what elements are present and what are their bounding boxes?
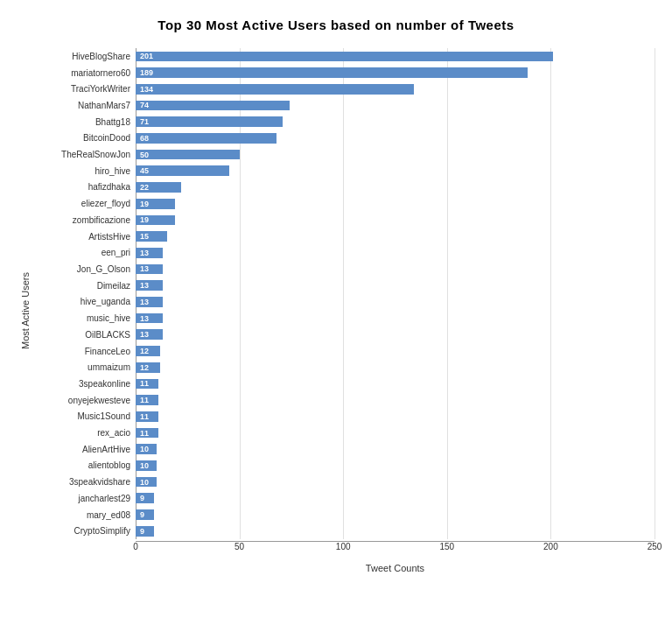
bar: 12 [136,346,160,356]
user-label: music_hive [35,310,136,327]
bar-row: 13 [136,294,654,311]
x-tick: 50 [234,542,244,551]
bar-value: 50 [137,151,149,159]
bar: 9 [136,526,154,537]
user-label: 3speakonline [35,376,136,392]
x-axis: 050100150200250 [136,542,654,559]
bar: 74 [136,101,290,111]
bar: 13 [136,264,163,275]
bar: 10 [136,444,157,454]
bar-row: 15 [136,228,654,245]
bar-row: 19 [136,195,654,212]
bar-value: 45 [137,166,149,175]
user-label: AlienArtHive [35,441,136,458]
bar-row: 68 [136,130,654,147]
user-label: rex_acio [35,425,136,441]
user-label: alientoblog [35,458,136,474]
bar-value: 10 [137,445,149,453]
user-label: Dimeilaz [35,277,136,294]
bar-value: 13 [137,298,149,306]
bar: 13 [136,297,163,307]
chart-inner: HiveBlogSharemariatornero60TraciYorkWrit… [35,48,654,573]
bar-row: 13 [136,310,654,327]
bar: 13 [136,329,163,340]
x-tick: 250 [648,542,662,551]
bar-row: 12 [136,359,654,376]
bar-row: 189 [136,65,654,81]
bar-value: 13 [137,249,149,257]
user-label: hiro_hive [35,163,136,179]
bar-value: 13 [137,281,149,290]
bar-row: 50 [136,146,654,163]
grid-line [654,48,655,539]
bar-value: 12 [137,347,149,355]
bar-row: 11 [136,425,654,441]
bar: 12 [136,362,160,373]
user-label: hafizdhaka [35,179,136,196]
bar-value: 13 [137,314,149,323]
bar-row: 19 [136,212,654,228]
bar-row: 10 [136,441,654,458]
bar-rows: 2011891347471685045221919151313131313131… [136,48,654,539]
bar: 9 [136,493,154,503]
bars-with-grid: 2011891347471685045221919151313131313131… [136,48,654,539]
chart-container: Top 30 Most Active Users based on number… [0,0,672,639]
bar: 71 [136,116,283,127]
user-label: 3speakvidshare [35,474,136,490]
x-tick: 150 [439,542,454,551]
x-tick: 100 [336,542,351,551]
user-label: Jon_G_Olson [35,261,136,277]
bar-value: 19 [137,200,149,208]
user-label: OilBLACKS [35,327,136,343]
y-axis-label: Most Active Users [18,48,33,573]
bar-row: 22 [136,179,654,196]
user-label: onyejekwesteve [35,392,136,409]
bar: 9 [136,509,154,520]
bar-row: 9 [136,523,654,539]
chart-title: Top 30 Most Active Users based on number… [18,18,654,32]
user-label: zombificazione [35,212,136,228]
bar-value: 10 [137,478,149,487]
bar-value: 22 [137,183,149,192]
bar: 13 [136,248,163,258]
bar: 201 [136,52,553,62]
bar-value: 11 [137,412,149,421]
bar-value: 9 [137,527,144,536]
user-label: FinanceLeo [35,343,136,360]
bars-area: HiveBlogSharemariatornero60TraciYorkWrit… [35,48,654,539]
bar: 11 [136,428,158,439]
user-label: TraciYorkWriter [35,81,136,97]
bar: 22 [136,182,181,193]
x-axis-label: Tweet Counts [136,563,654,573]
user-label: ArtistsHive [35,228,136,245]
bar: 13 [136,313,163,324]
user-label: hive_uganda [35,294,136,311]
bar-row: 13 [136,277,654,294]
bar: 11 [136,379,158,390]
bar: 11 [136,395,158,405]
bar-row: 9 [136,490,654,507]
user-label: Music1Sound [35,408,136,425]
bar: 68 [136,133,276,144]
bar: 11 [136,411,158,422]
bar-row: 10 [136,458,654,474]
bar-value: 71 [137,117,149,126]
bar-row: 71 [136,114,654,130]
user-label: BitcoinDood [35,130,136,147]
user-label: CryptoSimplify [35,523,136,539]
user-label: NathanMars7 [35,97,136,114]
bar-value: 189 [137,68,153,77]
bar-row: 201 [136,48,654,65]
bar-value: 11 [137,396,149,404]
bar-row: 74 [136,97,654,114]
bar-value: 134 [137,85,153,94]
user-label: jancharlest29 [35,490,136,507]
bar-row: 13 [136,244,654,261]
bar-value: 11 [137,379,149,388]
bar-value: 15 [137,232,149,241]
x-tick: 0 [133,542,138,551]
bar: 189 [136,67,528,78]
chart-area: Most Active Users HiveBlogSharemariatorn… [18,48,654,573]
bar-value: 13 [137,330,149,339]
bar-value: 19 [137,215,149,224]
